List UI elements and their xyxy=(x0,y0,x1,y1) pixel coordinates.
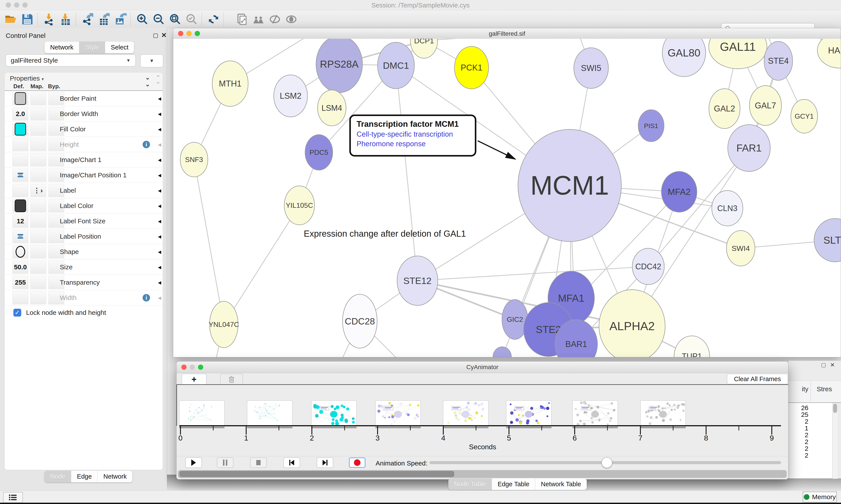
collapse-row-icon[interactable]: ◂ xyxy=(158,263,161,271)
property-row-label-font-size[interactable]: 12Label Font Size◂ xyxy=(5,214,163,229)
table-scrollbar-thumb[interactable] xyxy=(833,404,837,413)
node-CLN3[interactable]: CLN3 xyxy=(712,191,743,226)
open-session-icon[interactable] xyxy=(4,13,18,25)
memory-button[interactable]: Memory xyxy=(803,491,837,502)
node-GAL2[interactable]: GAL2 xyxy=(709,89,740,128)
collapse-row-icon[interactable]: ◂ xyxy=(158,186,161,194)
tab-edge[interactable]: Edge xyxy=(71,471,98,482)
column-header-stress[interactable]: Stres xyxy=(817,385,832,393)
collapse-row-icon[interactable]: ◂ xyxy=(158,125,161,133)
close-table-icon[interactable]: ✕ xyxy=(830,362,835,368)
collapse-row-icon[interactable]: ◂ xyxy=(158,233,161,240)
refresh-icon[interactable] xyxy=(207,13,220,25)
property-row-label[interactable]: ⋮›Label◂ xyxy=(5,183,163,198)
collapse-row-icon[interactable]: ◂ xyxy=(158,248,161,255)
tab-select[interactable]: Select xyxy=(105,41,134,53)
node-MFA2[interactable]: MFA2 xyxy=(661,172,697,212)
network-window-titlebar[interactable]: galFiltered.sif xyxy=(173,28,841,39)
first-neighbors-icon[interactable] xyxy=(252,13,265,25)
tab-network[interactable]: Network xyxy=(44,41,79,53)
node-MCM1[interactable]: MCM1 xyxy=(518,129,621,241)
show-all-icon[interactable] xyxy=(285,13,298,25)
network-canvas[interactable]: DCP1RPS28ADMC1PCK1MTH1LSM2LSM4SNF3PDC5YI… xyxy=(173,39,841,357)
collapse-row-icon[interactable]: ◂ xyxy=(158,94,161,102)
node-STE12[interactable]: STE12 xyxy=(397,256,438,305)
table-cell-stress[interactable]: 26 xyxy=(788,404,808,412)
float-table-icon[interactable]: ▢ xyxy=(821,362,826,368)
import-table-icon[interactable] xyxy=(59,13,72,25)
table-cell-stress[interactable]: 2 xyxy=(788,418,808,425)
show-panels-button[interactable] xyxy=(3,492,23,503)
property-row-shape[interactable]: Shape◂ xyxy=(5,244,163,259)
node-YIL105C[interactable]: YIL105C xyxy=(284,186,315,225)
node-SWI5[interactable]: SWI5 xyxy=(574,48,608,88)
property-row-label-position[interactable]: Label Position◂ xyxy=(5,229,163,244)
lock-checkbox[interactable]: ✓ xyxy=(13,309,21,317)
node-FAR1[interactable]: FAR1 xyxy=(728,125,770,172)
tab-network-style[interactable]: Network xyxy=(98,471,132,482)
annotation-box[interactable]: Transcription factor MCM1 Cell-type-spec… xyxy=(349,114,476,157)
property-row-label-color[interactable]: Label Color◂ xyxy=(5,198,163,214)
collapse-row-icon[interactable]: ◂ xyxy=(158,156,161,164)
annotation-link-1[interactable]: Cell-type-specific transcription xyxy=(357,130,475,138)
node-DCP1[interactable]: DCP1 xyxy=(410,39,437,58)
collapse-row-icon[interactable]: ◂ xyxy=(158,110,161,118)
clone-network-icon[interactable] xyxy=(235,13,249,25)
collapse-row-icon[interactable]: ◂ xyxy=(158,294,161,302)
export-image-icon[interactable] xyxy=(114,13,127,25)
collapse-row-icon[interactable]: ◂ xyxy=(158,278,161,286)
pause-button[interactable] xyxy=(217,457,233,468)
style-selector[interactable]: galFiltered Style ▼ xyxy=(5,54,136,67)
collapse-row-icon[interactable]: ◂ xyxy=(158,217,161,225)
animation-speed-handle[interactable] xyxy=(602,457,612,468)
property-row-transparency[interactable]: 255Transparency◂ xyxy=(5,275,163,290)
table-cell-stress[interactable]: 2 xyxy=(788,438,808,446)
node-GAL80[interactable]: GAL80 xyxy=(662,39,706,77)
property-row-image-chart-position-1[interactable]: Image/Chart Position 1◂ xyxy=(5,167,163,183)
table-cell-stress[interactable]: 2 xyxy=(788,452,808,459)
node-CDC42[interactable]: CDC42 xyxy=(632,248,664,285)
annotation-link-2[interactable]: Pheromone response xyxy=(357,140,475,148)
export-table-icon[interactable] xyxy=(97,13,111,25)
skip-to-end-button[interactable] xyxy=(317,457,333,468)
tab-style[interactable]: Style xyxy=(79,41,105,53)
lock-dimensions-row[interactable]: ✓Lock node width and height xyxy=(5,305,163,320)
node-SLT2[interactable]: SLT2 xyxy=(814,218,841,262)
node-ALPHA2[interactable]: ALPHA2 xyxy=(599,290,665,357)
node-GCY1[interactable]: GCY1 xyxy=(791,100,818,133)
table-cell-stress[interactable]: 25 xyxy=(788,411,808,418)
zoom-out-icon[interactable] xyxy=(152,13,165,25)
node-GAL7[interactable]: GAL7 xyxy=(749,86,782,125)
collapse-row-icon[interactable]: ◂ xyxy=(158,171,161,179)
tab-edge-table[interactable]: Edge Table xyxy=(492,479,535,490)
hide-selected-icon[interactable] xyxy=(268,13,282,25)
collapse-row-icon[interactable]: ◂ xyxy=(158,141,161,148)
node-PCK1[interactable]: PCK1 xyxy=(454,47,489,89)
node-SWI4[interactable]: SWI4 xyxy=(727,231,755,266)
node-SNF3[interactable]: SNF3 xyxy=(180,142,208,177)
column-header-centrality[interactable]: ity xyxy=(788,385,808,393)
property-row-width[interactable]: Widthi◂ xyxy=(5,290,163,305)
stop-button[interactable] xyxy=(250,457,267,468)
node-PIS1[interactable]: PIS1 xyxy=(638,110,664,142)
table-cell-stress[interactable]: 2 xyxy=(788,431,808,439)
play-button[interactable] xyxy=(185,457,202,468)
node-HAP2[interactable]: HAP2 xyxy=(817,39,841,68)
export-network-icon[interactable] xyxy=(81,13,94,25)
property-row-fill-color[interactable]: Fill Color◂ xyxy=(5,122,163,137)
timeline-scrollbar-thumb[interactable] xyxy=(179,471,454,477)
property-row-border-width[interactable]: 2.0Border Width◂ xyxy=(5,106,163,122)
node-MTH1[interactable]: MTH1 xyxy=(212,61,248,106)
close-panel-icon[interactable]: ✕ xyxy=(161,32,167,38)
table-cell-stress[interactable]: 2 xyxy=(788,445,808,452)
table-cell-stress[interactable]: 1 xyxy=(788,425,808,432)
node-GAL11[interactable]: GAL11 xyxy=(709,39,767,69)
node-DMC1[interactable]: DMC1 xyxy=(378,42,414,89)
zoom-in-icon[interactable] xyxy=(136,13,149,25)
collapse-row-icon[interactable]: ◂ xyxy=(158,202,161,210)
table-scrollbar[interactable] xyxy=(833,403,838,479)
style-options-button[interactable]: ▼ xyxy=(140,54,163,68)
property-row-border-paint[interactable]: Border Paint◂ xyxy=(5,91,163,106)
tab-node-table[interactable]: Node Table xyxy=(448,479,492,490)
node-TUP1[interactable]: TUP1 xyxy=(674,336,710,357)
